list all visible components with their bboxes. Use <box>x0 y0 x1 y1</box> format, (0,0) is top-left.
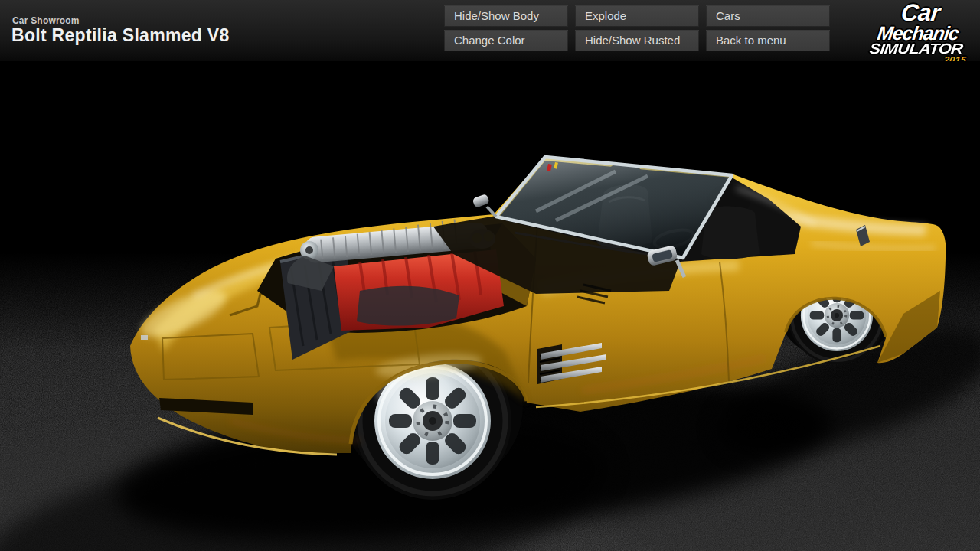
explode-button[interactable]: Explode <box>575 5 699 27</box>
top-bar: Car Showroom Bolt Reptilia Slammed V8 Hi… <box>0 0 980 61</box>
hide-show-rusted-button[interactable]: Hide/Show Rusted <box>575 30 699 51</box>
app-window: { "header": { "breadcrumb": "Car Showroo… <box>0 0 980 551</box>
hide-show-body-button[interactable]: Hide/Show Body <box>444 5 568 27</box>
change-color-button[interactable]: Change Color <box>444 30 568 51</box>
logo-line-3: SIMULATOR <box>850 42 980 55</box>
showroom-viewport[interactable] <box>0 61 980 551</box>
car-render <box>0 61 980 551</box>
logo-line-1: Car <box>862 2 980 24</box>
logo-line-2: Mechanic <box>860 24 977 42</box>
game-logo: Car Mechanic SIMULATOR 2015 <box>857 2 979 66</box>
page-title: Bolt Reptilia Slammed V8 <box>11 25 230 46</box>
cars-button[interactable]: Cars <box>706 5 830 27</box>
nose-emblem <box>141 335 148 340</box>
breadcrumb: Car Showroom <box>12 15 80 26</box>
back-to-menu-button[interactable]: Back to menu <box>706 30 830 51</box>
